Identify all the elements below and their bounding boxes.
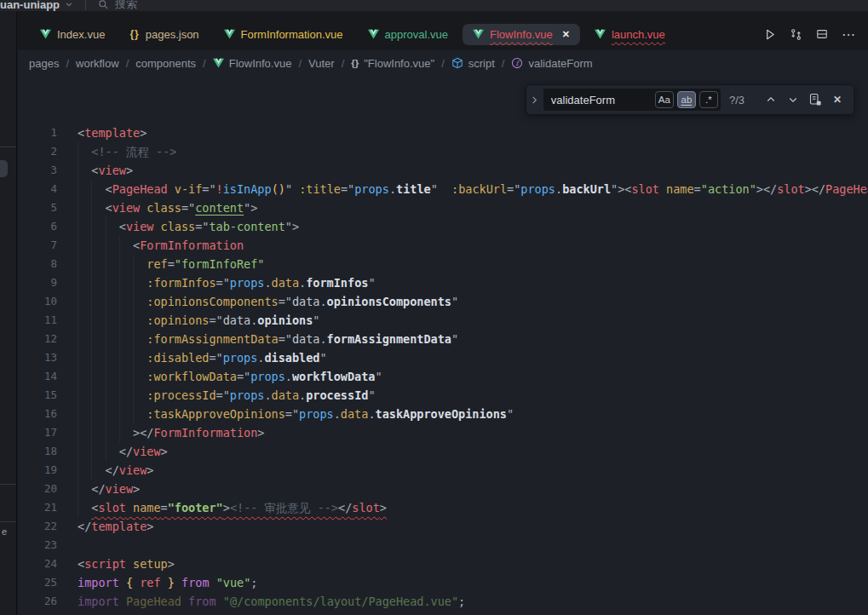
breadcrumb-item[interactable]: FlowInfo.vue (213, 57, 292, 70)
indent-guide (78, 442, 91, 461)
more-actions-button[interactable]: ⋯ (842, 26, 856, 43)
line-number: 22 (18, 517, 57, 536)
indent-guide (119, 348, 133, 367)
find-input[interactable] (551, 94, 652, 106)
line-number: 17 (18, 423, 57, 442)
sidebar-handle[interactable] (0, 160, 8, 177)
code-line: 20</view> (18, 480, 868, 498)
code-line: 21<slot name="footer"><!-- 审批意见 --></slo… (18, 498, 868, 517)
line-content: :formAssignmentData="data.formAssignment… (78, 330, 458, 348)
indent-guide (133, 330, 147, 348)
code-line: 8ref="formInfoRef" (18, 255, 868, 273)
breadcrumb-item[interactable]: pages (29, 57, 59, 70)
indent-guide (133, 386, 147, 405)
line-number: 12 (18, 330, 57, 348)
indent-guide (91, 348, 105, 367)
breadcrumb-item[interactable]: components (135, 57, 196, 70)
indent-guide (133, 255, 147, 273)
breadcrumb-item[interactable]: script (451, 57, 495, 70)
code-line: 24<script setup> (18, 555, 868, 573)
line-content: ref="formInfoRef" (78, 255, 264, 273)
editor-tab[interactable]: launch.vue (584, 24, 675, 45)
line-number: 21 (18, 498, 57, 517)
global-search[interactable]: 搜索 (98, 0, 137, 11)
error-underline: <slot name="footer"><!-- 审批意见 --></slot> (91, 501, 387, 514)
code-line: 22</template> (18, 517, 868, 536)
line-number: 7 (18, 236, 57, 255)
line-number: 25 (18, 573, 57, 592)
code-line: 4<PageHead v-if="!isInApp()" :title="pro… (18, 180, 868, 198)
indent-guide (106, 348, 119, 367)
line-number: 11 (18, 311, 57, 330)
line-content: :opinionsComponents="data.opinionsCompon… (78, 292, 458, 311)
indent-guide (106, 423, 119, 442)
split-editor-button[interactable] (816, 28, 828, 40)
run-button[interactable] (763, 28, 776, 41)
code-line: 18</view> (18, 442, 868, 461)
previous-match-icon[interactable] (762, 90, 780, 109)
line-number: 23 (18, 536, 57, 555)
code-line: 16:taskApproveOpinions="props.data.taskA… (18, 405, 868, 423)
breadcrumb-label: workflow (76, 57, 119, 70)
editor-tab[interactable]: {}pages.json (119, 24, 209, 45)
tab-label: FormInformation.vue (241, 28, 343, 41)
match-case-toggle[interactable]: Aa (655, 91, 674, 108)
tab-label: FlowInfo.vue (490, 28, 553, 41)
indent-guide (91, 461, 105, 480)
compare-changes-button[interactable] (790, 28, 802, 41)
breadcrumb-label: FlowInfo.vue (229, 57, 292, 70)
indent-guide (133, 348, 147, 367)
line-number: 1 (18, 124, 57, 142)
indent-guide (78, 198, 91, 217)
project-name[interactable]: uan-uniapp (0, 0, 60, 11)
run-icon (763, 28, 776, 41)
line-number: 24 (18, 555, 57, 573)
indent-guide (91, 217, 105, 236)
breadcrumb-separator: / (126, 57, 129, 70)
tab-label: launch.vue (612, 28, 665, 41)
code-line: 25import { ref } from "vue"; (18, 573, 868, 592)
indent-guide (78, 367, 91, 386)
indent-guide (91, 442, 105, 461)
symbol-method-icon: f (511, 57, 523, 69)
editor-tab-bar: Index.vue{}pages.jsonFormInformation.vue… (18, 11, 868, 50)
vue-logo-icon (224, 29, 235, 39)
chevron-down-icon[interactable] (65, 0, 73, 9)
code-editor[interactable]: 1<template>2<!-- 流程 -->3<view>4<PageHead… (18, 76, 868, 615)
line-content: :opinions="data.opinions" (78, 311, 320, 330)
line-content: </view> (78, 461, 153, 480)
breadcrumb-item[interactable]: {}"FlowInfo.vue" (351, 57, 434, 70)
breadcrumb-item[interactable]: workflow (76, 57, 119, 70)
close-tab-icon[interactable]: ✕ (562, 29, 570, 40)
indent-guide (106, 217, 119, 236)
indent-guide (133, 367, 147, 386)
svg-text:f: f (516, 60, 520, 67)
vue-logo-icon (213, 58, 224, 68)
indent-guide (106, 236, 119, 255)
editor-tab[interactable]: FlowInfo.vue✕ (463, 24, 580, 45)
code-line: 6<view class="tab-content"> (18, 217, 868, 236)
line-content: :processId="props.data.processId" (78, 386, 376, 405)
regex-toggle[interactable]: .* (699, 91, 718, 108)
vue-logo-icon (368, 29, 379, 39)
find-match-count: ?/3 (729, 94, 744, 106)
collapsed-sidebar-strip[interactable]: e (0, 11, 17, 615)
close-find-icon[interactable]: ✕ (828, 90, 847, 109)
indent-guide (106, 330, 119, 348)
editor-tab[interactable]: Index.vue (30, 24, 115, 45)
indent-guide (119, 367, 133, 386)
code-line: 19</view> (18, 461, 868, 480)
find-in-selection-icon[interactable] (806, 90, 825, 109)
breadcrumb-item[interactable]: Vuter (308, 57, 335, 70)
toggle-replace-icon[interactable] (526, 84, 543, 115)
line-content: <FormInformation (78, 236, 244, 255)
editor-tab[interactable]: approval.vue (358, 24, 458, 45)
code-line: 3<view> (18, 161, 868, 180)
whole-word-toggle[interactable]: ab (677, 91, 696, 108)
indent-guide (119, 330, 133, 348)
editor-tab[interactable]: FormInformation.vue (214, 24, 354, 45)
breadcrumb-item[interactable]: fvalidateForm (511, 57, 592, 70)
vue-logo-icon (473, 29, 484, 39)
next-match-icon[interactable] (784, 90, 802, 109)
line-number: 20 (18, 480, 57, 498)
